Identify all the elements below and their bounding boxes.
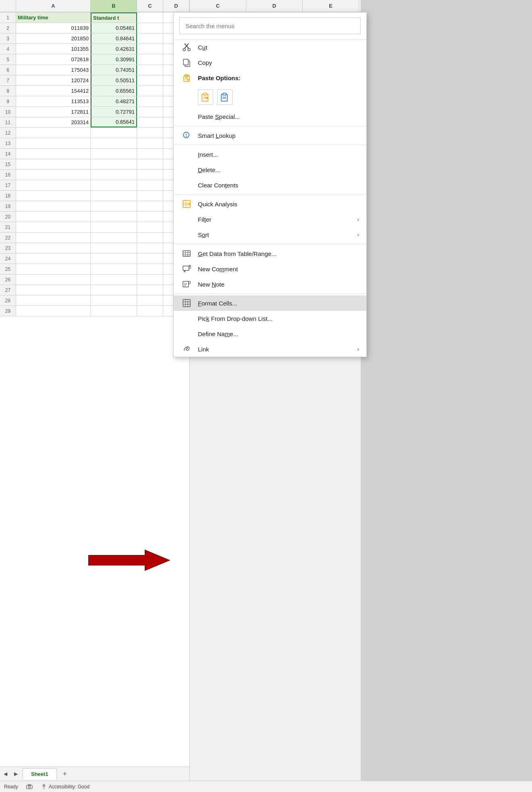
cell-a-18[interactable] — [16, 191, 91, 201]
cell-b-19[interactable] — [91, 201, 137, 211]
menu-search-input[interactable] — [179, 17, 361, 34]
cell-a-24[interactable] — [16, 254, 91, 264]
col-header-d2[interactable]: D — [163, 0, 189, 12]
col-header-c2[interactable]: C — [137, 0, 163, 12]
cell-b-28[interactable] — [91, 295, 137, 306]
sheet1-tab[interactable]: Sheet1 — [23, 768, 57, 780]
menu-item-link[interactable]: Link › — [174, 341, 366, 357]
menu-item-filter[interactable]: Filter › — [174, 212, 366, 227]
cell-b-15[interactable] — [91, 159, 137, 169]
cell-a-16[interactable] — [16, 170, 91, 180]
cell-a-23[interactable] — [16, 243, 91, 253]
cell-a-1[interactable]: Military time — [16, 12, 91, 23]
cell-b-11[interactable]: 0.85641 — [91, 117, 137, 127]
cell-c-8[interactable] — [137, 86, 163, 96]
cell-c-15[interactable] — [137, 159, 163, 169]
cell-a-10[interactable]: 172811 — [16, 107, 91, 117]
cell-c-17[interactable] — [137, 180, 163, 190]
cell-b-8[interactable]: 0.65561 — [91, 86, 137, 96]
cell-a-13[interactable] — [16, 138, 91, 148]
cell-b-13[interactable] — [91, 138, 137, 148]
menu-item-new-note[interactable]: New Note — [174, 276, 366, 292]
cell-c-23[interactable] — [137, 243, 163, 253]
cell-c-5[interactable] — [137, 54, 163, 64]
cell-a-8[interactable]: 154412 — [16, 86, 91, 96]
cell-c-7[interactable] — [137, 75, 163, 85]
menu-item-quick-analysis[interactable]: Quick Analysis — [174, 196, 366, 212]
tab-nav-right[interactable]: ▶ — [12, 770, 20, 778]
cell-b-25[interactable] — [91, 264, 137, 274]
cell-c-29[interactable] — [137, 306, 163, 316]
cell-a-25[interactable] — [16, 264, 91, 274]
paste-btn-2[interactable] — [217, 89, 233, 105]
cell-c-1[interactable] — [137, 12, 163, 23]
cell-b-2[interactable]: 0.05461 — [91, 23, 137, 33]
cell-b-17[interactable] — [91, 180, 137, 190]
cell-b-18[interactable] — [91, 191, 137, 201]
cell-a-21[interactable] — [16, 222, 91, 232]
cell-c-12[interactable] — [137, 128, 163, 138]
col-header-a[interactable]: A — [16, 0, 91, 12]
cell-b-9[interactable]: 0.48271 — [91, 96, 137, 106]
cell-b-7[interactable]: 0.50511 — [91, 75, 137, 85]
cell-b-5[interactable]: 0.30991 — [91, 54, 137, 64]
cell-b-12[interactable] — [91, 128, 137, 138]
cell-a-5[interactable]: 072618 — [16, 54, 91, 64]
menu-item-get-data[interactable]: Get Data from Table/Range... — [174, 246, 366, 261]
cell-c-21[interactable] — [137, 222, 163, 232]
cell-c-10[interactable] — [137, 107, 163, 117]
cell-a-19[interactable] — [16, 201, 91, 211]
cell-a-4[interactable]: 101355 — [16, 44, 91, 54]
menu-item-format-cells[interactable]: Format Cells... — [174, 295, 366, 311]
cell-c-22[interactable] — [137, 233, 163, 243]
cell-b-26[interactable] — [91, 274, 137, 285]
cell-c-19[interactable] — [137, 201, 163, 211]
menu-item-clear-contents[interactable]: Clear Contents — [174, 177, 366, 193]
cell-c-24[interactable] — [137, 254, 163, 264]
cell-c-18[interactable] — [137, 191, 163, 201]
menu-item-pick-dropdown[interactable]: Pick From Drop-down List... — [174, 311, 366, 326]
cell-c-4[interactable] — [137, 44, 163, 54]
tab-nav-left[interactable]: ◀ — [1, 770, 9, 778]
cell-a-27[interactable] — [16, 285, 91, 295]
cell-b-21[interactable] — [91, 222, 137, 232]
cell-c-3[interactable] — [137, 33, 163, 44]
cell-a-2[interactable]: 011839 — [16, 23, 91, 33]
cell-a-7[interactable]: 120724 — [16, 75, 91, 85]
cell-b-24[interactable] — [91, 254, 137, 264]
cell-c-20[interactable] — [137, 212, 163, 222]
menu-item-cut[interactable]: Cut — [174, 39, 366, 55]
cell-c-16[interactable] — [137, 170, 163, 180]
cell-a-9[interactable]: 113513 — [16, 96, 91, 106]
cell-c-28[interactable] — [137, 295, 163, 306]
cell-b-27[interactable] — [91, 285, 137, 295]
menu-item-paste-special[interactable]: Paste Special... — [174, 109, 366, 124]
cell-c-11[interactable] — [137, 117, 163, 127]
cell-a-17[interactable] — [16, 180, 91, 190]
cell-b-22[interactable] — [91, 233, 137, 243]
cell-c-26[interactable] — [137, 274, 163, 285]
cell-a-20[interactable] — [16, 212, 91, 222]
cell-a-6[interactable]: 175043 — [16, 65, 91, 75]
cell-a-11[interactable]: 203314 — [16, 117, 91, 127]
cell-c-2[interactable] — [137, 23, 163, 33]
cell-a-15[interactable] — [16, 159, 91, 169]
menu-item-new-comment[interactable]: New Comment — [174, 261, 366, 276]
cell-b-14[interactable] — [91, 149, 137, 159]
col-header-b[interactable]: B — [91, 0, 137, 12]
cell-b-1[interactable]: Standard t — [91, 12, 137, 23]
cell-b-10[interactable]: 0.72791 — [91, 107, 137, 117]
cell-b-4[interactable]: 0.42631 — [91, 44, 137, 54]
menu-item-delete[interactable]: Delete... — [174, 162, 366, 177]
cell-b-6[interactable]: 0.74351 — [91, 65, 137, 75]
cell-a-28[interactable] — [16, 295, 91, 306]
menu-item-copy[interactable]: Copy — [174, 55, 366, 70]
cell-a-29[interactable] — [16, 306, 91, 316]
cell-a-3[interactable]: 201850 — [16, 33, 91, 44]
menu-item-define-name[interactable]: Define Name... — [174, 326, 366, 341]
cell-a-22[interactable] — [16, 233, 91, 243]
menu-item-insert[interactable]: Insert... — [174, 147, 366, 162]
menu-item-smart-lookup[interactable]: Smart Lookup — [174, 128, 366, 143]
cell-c-13[interactable] — [137, 138, 163, 148]
cell-c-9[interactable] — [137, 96, 163, 106]
